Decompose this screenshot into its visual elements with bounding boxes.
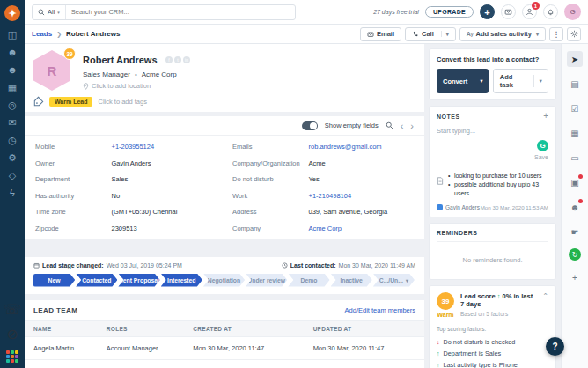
stage-dropdown-caret[interactable]: ▾: [406, 277, 408, 283]
convert-button[interactable]: Convert▼: [437, 69, 489, 93]
show-empty-fields-toggle[interactable]: [302, 121, 318, 130]
reminders-card: REMINDERS No reminders found.: [429, 223, 556, 280]
quick-add-button[interactable]: +: [480, 4, 495, 19]
lead-team-title: LEAD TEAM: [33, 306, 77, 314]
twitter-icon[interactable]: t: [174, 56, 181, 63]
leads-icon[interactable]: ☻: [7, 48, 18, 57]
sidebar-nav: ◫☻☻▦◎✉◷⚙◇ϟ: [7, 30, 18, 301]
field-label: Department: [35, 175, 112, 183]
contacts-icon[interactable]: ☻: [7, 65, 18, 75]
add-icon[interactable]: +: [567, 269, 583, 285]
more-options-kebab-button[interactable]: ⋮: [549, 27, 563, 41]
field-value: No: [112, 192, 121, 200]
collaboration-icon[interactable]: ➤: [567, 51, 583, 67]
upgrade-button[interactable]: UPGRADE: [425, 6, 474, 18]
settings-gear-button[interactable]: [567, 27, 581, 41]
field-label: Emails: [232, 143, 309, 151]
add-task-dropdown-caret[interactable]: ▼: [533, 75, 548, 87]
trend-up-arrow-icon: ↑: [437, 348, 440, 359]
linkedin-icon[interactable]: in: [183, 56, 190, 63]
search-input[interactable]: [66, 8, 295, 16]
field-label: Company: [232, 224, 309, 232]
add-tags-field[interactable]: Click to add tags: [98, 98, 146, 106]
search-icon: [38, 9, 45, 16]
facebook-icon[interactable]: f: [165, 56, 173, 63]
deals-icon[interactable]: ◎: [8, 100, 17, 110]
note-input[interactable]: Start typing...: [437, 127, 548, 135]
scoring-factor: ↑Last activity type is Phone: [437, 359, 548, 368]
team-table-row[interactable]: Angela MartinAccount ManagerMon 30 Mar, …: [25, 336, 424, 359]
note-item: looking to purchase for 10 userspossible…: [437, 166, 548, 198]
accounts-icon[interactable]: ▦: [8, 83, 17, 92]
add-task-button[interactable]: Add task▼: [493, 69, 548, 93]
overview-icon[interactable]: ◫: [8, 30, 17, 40]
field-value[interactable]: Acme Corp: [309, 224, 342, 232]
global-search[interactable]: All ▾: [32, 4, 296, 20]
notes-doc-icon[interactable]: ▤: [567, 76, 583, 92]
help-button[interactable]: ?: [546, 337, 564, 356]
search-scope-dropdown[interactable]: All ▾: [33, 5, 66, 19]
team-table-body: Angela MartinAccount ManagerMon 30 Mar, …: [25, 336, 424, 359]
apps-grid-icon[interactable]: [6, 350, 18, 363]
grammarly-icon[interactable]: G: [537, 140, 548, 151]
field-value: Sales: [112, 175, 129, 183]
field-row: Company/OrganizationAcme: [232, 159, 414, 167]
dot-separator: •: [135, 70, 137, 78]
field-row: Address039, Sam avenue, Georgia: [232, 208, 414, 216]
stage-chevron-c-un-[interactable]: C.../Un...▾: [373, 274, 415, 287]
field-value[interactable]: +1-210498104: [309, 192, 352, 200]
warm-lead-tag[interactable]: Warm Lead: [49, 97, 92, 107]
user-avatar[interactable]: G: [564, 4, 581, 20]
stage-chevron-interested[interactable]: Interested: [161, 274, 202, 287]
freshsales-logo-icon[interactable]: ✦: [4, 5, 20, 21]
stage-chevron-demo[interactable]: Demo: [288, 274, 329, 287]
calendar-icon[interactable]: ▦: [567, 125, 583, 141]
activities-icon[interactable]: ◷: [8, 136, 17, 145]
field-value[interactable]: rob.andrews@gmail.com: [309, 143, 382, 151]
lead-job-title: Sales Manager: [83, 70, 130, 78]
analytics-icon[interactable]: ϟ: [10, 188, 15, 198]
tasks-icon[interactable]: ☑: [567, 100, 583, 116]
stage-chevron-inactive[interactable]: Inactive: [331, 274, 372, 287]
add-note-button[interactable]: +: [543, 113, 548, 120]
breadcrumb-current: Robert Andrews: [66, 30, 121, 38]
add-sales-activity-button[interactable]: AyAdd sales activity▾: [459, 27, 546, 41]
settings-icon[interactable]: ⚙: [8, 153, 17, 163]
last-contacted-info: Last contacted:Mon 30 Mar, 2020 11:49 AM: [282, 262, 415, 269]
stage-chevron-under-review[interactable]: Under review: [246, 274, 287, 287]
lead-company[interactable]: Acme Corp: [142, 70, 177, 78]
stage-chevron-new[interactable]: New: [33, 274, 75, 287]
convert-dropdown-caret[interactable]: ▼: [474, 75, 488, 87]
email-button[interactable]: Email: [360, 27, 401, 41]
add-location-field[interactable]: Click to add location: [83, 82, 190, 90]
stage-chevron-negotiation[interactable]: Negotiation: [203, 274, 245, 287]
sales-activities-icon[interactable]: ▣: [567, 174, 583, 190]
customer-journey-icon[interactable]: ☻: [567, 199, 583, 215]
field-row: Work+1-210498104: [232, 192, 414, 200]
search-fields-icon[interactable]: [386, 121, 393, 129]
prev-record-button[interactable]: ‹: [401, 121, 404, 130]
bell-icon[interactable]: [543, 4, 558, 19]
field-value[interactable]: +1-203955124: [112, 143, 155, 151]
products-icon[interactable]: ◇: [9, 171, 16, 180]
dnd-hand-icon[interactable]: ☛: [567, 224, 583, 239]
save-note-button[interactable]: Save: [534, 154, 548, 160]
stage-chevron-sent-proposal[interactable]: Sent Proposal: [118, 274, 159, 287]
scoring-factors-title: Top scoring factors:: [437, 326, 548, 332]
edit-team-members-link[interactable]: Add/Edit team members: [345, 306, 415, 314]
call-dropdown-caret[interactable]: ▾: [441, 31, 449, 37]
phone-icon[interactable]: ☏: [4, 301, 21, 318]
convert-question: Convert this lead into a contact?: [437, 55, 548, 63]
collapse-chevron-icon[interactable]: ⌃: [542, 292, 548, 318]
explore-icon[interactable]: ⊘: [6, 326, 18, 342]
freddy-icon[interactable]: ↻: [569, 248, 581, 261]
next-record-button[interactable]: ›: [410, 121, 414, 130]
stage-chevron-contacted[interactable]: Contacted: [76, 274, 117, 287]
user-notifications-button[interactable]: 1: [522, 4, 537, 19]
call-button[interactable]: Call▾: [405, 27, 456, 41]
email-inbox-button[interactable]: [501, 4, 516, 19]
breadcrumb-leads-link[interactable]: Leads: [32, 30, 52, 38]
conversations-icon[interactable]: ✉: [8, 118, 16, 128]
files-icon[interactable]: ▭: [567, 150, 583, 166]
field-value: Acme: [309, 159, 326, 167]
